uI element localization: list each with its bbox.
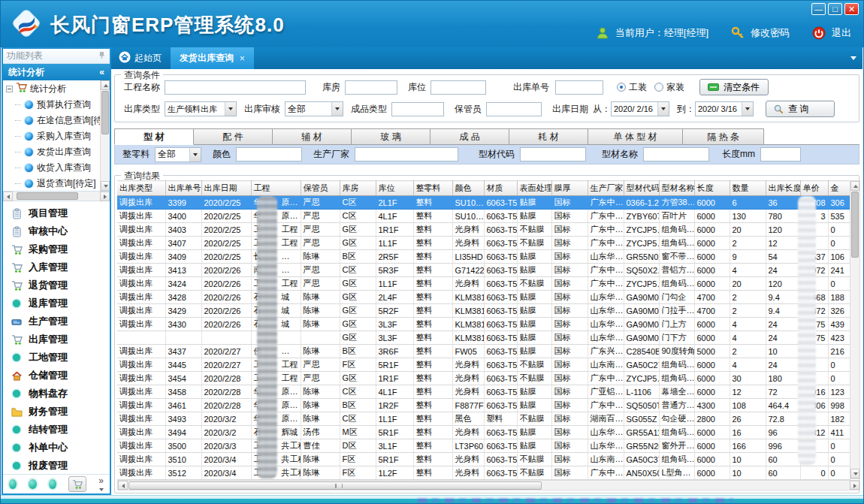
- maker-input[interactable]: [355, 147, 458, 161]
- material-tab[interactable]: 耗 材: [509, 128, 588, 145]
- table-row[interactable]: 调拨出库34942020/3/2石辉城汤伟M区5R1F整料光身料6063-T5贴…: [117, 426, 850, 439]
- sidebar-item[interactable]: 退货管理: [3, 276, 110, 294]
- scroll-down-arrow[interactable]: [850, 469, 859, 478]
- scrollbar-thumb[interactable]: [128, 481, 542, 490]
- scroll-down-arrow[interactable]: [101, 181, 110, 191]
- sidebar-item[interactable]: 项目管理: [3, 204, 110, 222]
- column-header[interactable]: 数量: [730, 181, 766, 196]
- table-row[interactable]: 调拨出库34092020/2/25长…陈琳B区2R5F整料LI35HD6063-…: [117, 250, 850, 264]
- tab-home[interactable]: 起始页: [111, 47, 171, 69]
- column-header[interactable]: 出库单号: [165, 181, 201, 196]
- scroll-left-arrow[interactable]: [118, 481, 128, 490]
- warehouse-input[interactable]: [345, 80, 397, 95]
- table-row[interactable]: 调拨出库35002020/3/3工共工程曹佳D区3L1F整料LT3P606063…: [117, 439, 850, 453]
- table-row[interactable]: 调拨出库34452020/2/27工工程严思F区5R1F整料光身料6063-T5…: [117, 358, 850, 372]
- table-row[interactable]: 调拨出库34542020/2/28工工程严思G区1R1F整料光身料6063-T5…: [117, 372, 850, 385]
- sidebar-item[interactable]: 入库管理: [3, 258, 110, 276]
- column-header[interactable]: 材质: [484, 181, 517, 196]
- column-header[interactable]: 出库日期: [201, 181, 251, 196]
- column-header[interactable]: 保管员: [301, 181, 340, 196]
- pin-icon[interactable]: [98, 51, 106, 62]
- out-type-select[interactable]: 生产领料出库: [165, 101, 237, 116]
- scrollbar-thumb[interactable]: [17, 192, 78, 200]
- material-tab[interactable]: 成 品: [430, 128, 509, 145]
- table-row[interactable]: 调拨出库34612020/2/28华原…陈琳B区1R2F整料F8877FT606…: [117, 399, 850, 412]
- scroll-right-arrow[interactable]: [100, 192, 110, 201]
- scroll-up-arrow[interactable]: [101, 80, 110, 90]
- expand-icon[interactable]: [6, 86, 13, 92]
- table-row[interactable]: 调拨出库34282020/2/26石城陈琳G区2L4F整料KLM38176063…: [117, 291, 850, 304]
- clear-conditions-button[interactable]: 清空条件: [699, 79, 769, 95]
- sidebar-item[interactable]: 补单中心: [3, 439, 110, 457]
- column-header[interactable]: 工程: [251, 181, 301, 196]
- tree-item[interactable]: 在途信息查询[待: [3, 113, 110, 128]
- color-input[interactable]: [236, 147, 302, 161]
- cart-module-button[interactable]: [68, 476, 86, 492]
- table-row[interactable]: 调拨出库34032020/2/25工工程严思G区1R1F整料光身料6063-T5…: [117, 223, 850, 237]
- length-input[interactable]: [760, 147, 801, 161]
- column-header[interactable]: 出库长度: [766, 181, 800, 196]
- keeper-input[interactable]: [486, 102, 542, 116]
- table-row[interactable]: 调拨出库33992020/2/25华原…严思C区2L1F整料SU10…6063-…: [117, 196, 850, 210]
- project-name-input[interactable]: [165, 80, 306, 95]
- tree-item[interactable]: 采购入库查询: [3, 128, 110, 144]
- tree-item[interactable]: 收货入库查询: [3, 160, 110, 176]
- radio-jiazhuang[interactable]: 家装: [654, 81, 684, 94]
- tree-horizontal-scrollbar[interactable]: [3, 192, 110, 201]
- table-row[interactable]: 调拨出库34582020/2/28华原…陈琳C区4L1F整料光身料6063-T5…: [117, 385, 850, 399]
- sidebar-item[interactable]: 财务管理: [3, 403, 110, 421]
- column-header[interactable]: 出库类型: [117, 181, 165, 196]
- more-modules-button[interactable]: »: [98, 477, 104, 492]
- module-dot-button[interactable]: [49, 479, 56, 489]
- column-header[interactable]: 长度: [694, 181, 730, 196]
- table-row[interactable]: 调拨出库34072020/2/25工工程严思G区1L1F整料光身料6063-T5…: [117, 237, 850, 250]
- tree-item[interactable]: 退货查询[待定]: [3, 176, 110, 192]
- logout-link[interactable]: 退出: [832, 26, 851, 40]
- sidebar-item[interactable]: 采购管理: [3, 240, 110, 258]
- table-row[interactable]: 调拨出库34292020/2/26石城陈琳G区5R2F整料KLM38176063…: [117, 304, 850, 318]
- sidebar-section-header[interactable]: 统计分析 «: [3, 64, 110, 80]
- material-tab[interactable]: 辅 材: [273, 128, 352, 145]
- profile-code-input[interactable]: [520, 147, 586, 161]
- table-row[interactable]: 调拨出库35102020/3/4工共工程陈琳F区5R1F整料光身料6063-T5…: [117, 453, 850, 466]
- tab-close-icon[interactable]: ×: [240, 53, 245, 64]
- column-header[interactable]: 金: [828, 181, 850, 196]
- material-tab[interactable]: 型 材: [114, 128, 194, 145]
- column-header[interactable]: 颜色: [452, 181, 484, 196]
- sidebar-item[interactable]: 退库管理: [3, 294, 110, 312]
- tab-active[interactable]: 发货出库查询 ×: [171, 47, 254, 69]
- table-row[interactable]: 调拨出库34932020/3/2华原…陈琳C区1L1F整料黑色塑料不贴膜国标湖南…: [117, 412, 850, 426]
- material-tab[interactable]: 玻 璃: [352, 128, 430, 145]
- table-row[interactable]: G区3L3F整料KLM38176063-T5贴膜国标山东华…GA90M09…门下…: [117, 331, 850, 345]
- sidebar-item[interactable]: 工地管理: [3, 349, 110, 367]
- sidebar-item[interactable]: 出库管理: [3, 330, 110, 349]
- maximize-button[interactable]: □: [828, 3, 842, 15]
- sidebar-item[interactable]: 仓储管理: [3, 367, 110, 385]
- table-row[interactable]: 调拨出库34302020/2/26石城陈琳G区3L3F整料KLM38176063…: [117, 318, 850, 331]
- column-header[interactable]: 生产厂家: [588, 181, 624, 196]
- location-input[interactable]: [430, 80, 486, 95]
- sidebar-item[interactable]: 物料盘存: [3, 385, 110, 403]
- change-password-link[interactable]: 修改密码: [751, 26, 790, 40]
- material-tab[interactable]: 配 件: [194, 128, 273, 145]
- whole-select[interactable]: 全部: [155, 147, 201, 162]
- table-row[interactable]: 调拨出库35122020/3/4工共工程陈琳F区1L2F整料光身料6063-T5…: [117, 466, 850, 480]
- column-header[interactable]: 膜厚: [551, 181, 588, 196]
- column-header[interactable]: 型材名称: [659, 181, 694, 196]
- collapse-icon[interactable]: «: [99, 67, 104, 77]
- module-dot-button[interactable]: [9, 479, 17, 489]
- column-header[interactable]: 库房: [340, 181, 376, 196]
- search-button[interactable]: 查 询: [766, 101, 835, 117]
- table-row[interactable]: 调拨出库34372020/2/27佛…陈琳B区3R6F整料FW056063-T5…: [117, 345, 850, 358]
- scroll-right-arrow[interactable]: [850, 481, 859, 490]
- tree-root[interactable]: 统计分析: [3, 80, 110, 97]
- close-button[interactable]: ✕: [844, 3, 859, 15]
- grid-vertical-scrollbar[interactable]: [850, 180, 860, 479]
- profile-name-input[interactable]: [643, 147, 709, 161]
- sidebar-item[interactable]: 生产管理: [3, 312, 110, 330]
- scroll-up-arrow[interactable]: [850, 181, 859, 191]
- material-tab[interactable]: 隔 热 条: [683, 128, 764, 145]
- date-from-picker[interactable]: 2020/ 2/16: [611, 101, 669, 116]
- scrollbar-thumb[interactable]: [851, 192, 859, 258]
- column-header[interactable]: 库位: [376, 181, 413, 196]
